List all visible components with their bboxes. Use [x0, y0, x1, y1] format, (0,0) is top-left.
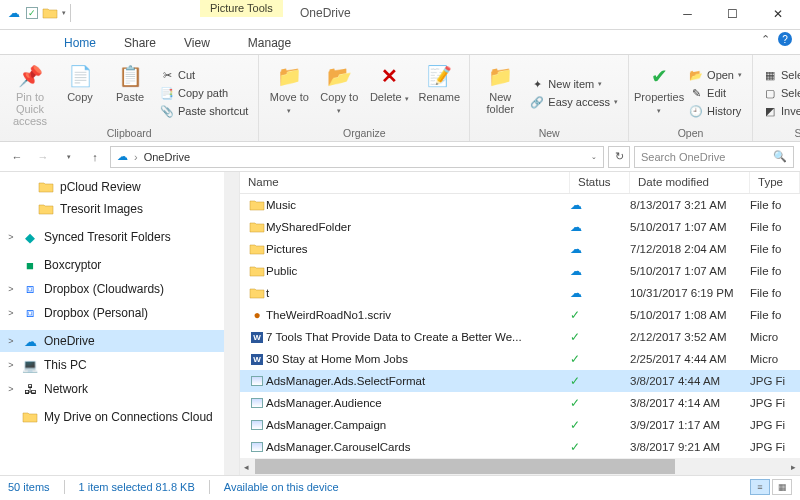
column-date[interactable]: Date modified	[630, 172, 750, 193]
maximize-button[interactable]: ☐	[710, 0, 755, 28]
copy-to-icon: 📂	[326, 63, 352, 89]
move-to-icon: 📁	[276, 63, 302, 89]
expand-icon[interactable]: >	[6, 336, 16, 346]
tree-item[interactable]: > ◆ Synced Tresorit Folders	[0, 226, 239, 248]
breadcrumb-item[interactable]: OneDrive	[144, 151, 190, 163]
open-button[interactable]: 📂Open ▾	[687, 67, 744, 83]
minimize-button[interactable]: ─	[665, 0, 710, 28]
select-all-button[interactable]: ▦Select all	[761, 67, 800, 83]
qat-dropdown-icon[interactable]: ▾	[62, 9, 66, 17]
tree-item[interactable]: > ⧈ Dropbox (Personal)	[0, 302, 239, 324]
file-type: File fo	[750, 309, 800, 321]
collapse-ribbon-icon[interactable]: ⌃	[761, 33, 770, 46]
new-item-button[interactable]: ✦New item ▾	[528, 76, 620, 92]
expand-icon[interactable]: >	[6, 232, 16, 242]
expand-icon[interactable]: >	[6, 284, 16, 294]
file-row[interactable]: AdsManager.CarouselCards ✓ 3/8/2017 9:21…	[240, 436, 800, 458]
column-status[interactable]: Status	[570, 172, 630, 193]
file-rows[interactable]: Music ☁ 8/13/2017 3:21 AM File fo MyShar…	[240, 194, 800, 458]
new-folder-button[interactable]: 📁 New folder	[478, 59, 522, 127]
file-row[interactable]: ● TheWeirdRoadNo1.scriv ✓ 5/10/2017 1:08…	[240, 304, 800, 326]
history-icon: 🕘	[689, 104, 703, 118]
file-type: JPG Fi	[750, 441, 800, 453]
paste-button[interactable]: 📋 Paste	[108, 59, 152, 127]
tree-item[interactable]: My Drive on Connections Cloud	[0, 406, 239, 428]
forward-button[interactable]: →	[32, 146, 54, 168]
file-row[interactable]: Public ☁ 5/10/2017 1:07 AM File fo	[240, 260, 800, 282]
column-name[interactable]: Name	[240, 172, 570, 193]
easy-access-icon: 🔗	[530, 95, 544, 109]
file-row[interactable]: AdsManager.Audience ✓ 3/8/2017 4:14 AM J…	[240, 392, 800, 414]
tab-view[interactable]: View	[170, 32, 224, 54]
history-button[interactable]: 🕘History	[687, 103, 744, 119]
search-icon[interactable]: 🔍	[773, 150, 787, 163]
tree-item[interactable]: Tresorit Images	[0, 198, 239, 220]
navigation-tree[interactable]: pCloud Review Tresorit Images> ◆ Synced …	[0, 172, 240, 475]
up-button[interactable]: ↑	[84, 146, 106, 168]
new-folder-icon: 📁	[487, 63, 513, 89]
file-icon	[248, 221, 266, 233]
tree-item-label: pCloud Review	[60, 180, 141, 194]
expand-icon[interactable]: >	[6, 308, 16, 318]
ribbon-group-organize: 📁 Move to ▾ 📂 Copy to ▾ ✕ Delete ▾ 📝 Ren…	[259, 55, 470, 141]
delete-button[interactable]: ✕ Delete ▾	[367, 59, 411, 127]
properties-button[interactable]: ✔ Properties ▾	[637, 59, 681, 127]
file-status: ✓	[570, 440, 630, 454]
checkbox-icon[interactable]: ✓	[26, 7, 38, 19]
back-button[interactable]: ←	[6, 146, 28, 168]
pin-to-quick-access-button[interactable]: 📌 Pin to Quick access	[8, 59, 52, 127]
paste-shortcut-button[interactable]: 📎Paste shortcut	[158, 103, 250, 119]
tree-item[interactable]: pCloud Review	[0, 176, 239, 198]
help-icon[interactable]: ?	[778, 32, 792, 46]
tree-scrollbar[interactable]	[224, 172, 239, 475]
file-row[interactable]: Pictures ☁ 7/12/2018 2:04 AM File fo	[240, 238, 800, 260]
column-type[interactable]: Type	[750, 172, 800, 193]
invert-selection-button[interactable]: ◩Invert selection	[761, 103, 800, 119]
edit-button[interactable]: ✎Edit	[687, 85, 744, 101]
tree-item[interactable]: > 💻 This PC	[0, 354, 239, 376]
file-row[interactable]: t ☁ 10/31/2017 6:19 PM File fo	[240, 282, 800, 304]
copy-to-button[interactable]: 📂 Copy to ▾	[317, 59, 361, 127]
move-to-button[interactable]: 📁 Move to ▾	[267, 59, 311, 127]
tree-item[interactable]: > ⧈ Dropbox (Cloudwards)	[0, 278, 239, 300]
copy-button[interactable]: 📄 Copy	[58, 59, 102, 127]
title-bar: ☁ ✓ ▾ Picture Tools OneDrive ─ ☐ ✕	[0, 0, 800, 30]
search-input[interactable]: Search OneDrive 🔍	[634, 146, 794, 168]
select-none-icon: ▢	[763, 86, 777, 100]
scissors-icon: ✂	[160, 68, 174, 82]
select-none-button[interactable]: ▢Select none	[761, 85, 800, 101]
tab-home[interactable]: Home	[50, 32, 110, 54]
ribbon-group-open: ✔ Properties ▾ 📂Open ▾ ✎Edit 🕘History Op…	[629, 55, 753, 141]
cut-button[interactable]: ✂Cut	[158, 67, 250, 83]
file-row[interactable]: AdsManager.Campaign ✓ 3/9/2017 1:17 AM J…	[240, 414, 800, 436]
copy-path-button[interactable]: 📑Copy path	[158, 85, 250, 101]
close-button[interactable]: ✕	[755, 0, 800, 28]
details-view-button[interactable]: ≡	[750, 479, 770, 495]
tab-share[interactable]: Share	[110, 32, 170, 54]
file-row[interactable]: Music ☁ 8/13/2017 3:21 AM File fo	[240, 194, 800, 216]
expand-icon[interactable]: >	[6, 384, 16, 394]
address-dropdown-icon[interactable]: ⌄	[591, 153, 597, 161]
expand-icon[interactable]: >	[6, 360, 16, 370]
tree-item-icon	[38, 201, 54, 217]
file-type: File fo	[750, 199, 800, 211]
thumbnails-view-button[interactable]: ▦	[772, 479, 792, 495]
horizontal-scrollbar[interactable]: ◂ ▸	[240, 458, 800, 475]
file-row[interactable]: W 30 Stay at Home Mom Jobs ✓ 2/25/2017 4…	[240, 348, 800, 370]
address-bar[interactable]: ☁ › OneDrive ⌄	[110, 146, 604, 168]
file-row[interactable]: W 7 Tools That Provide Data to Create a …	[240, 326, 800, 348]
recent-dropdown[interactable]: ▾	[58, 146, 80, 168]
tree-item[interactable]: > ☁ OneDrive	[0, 330, 239, 352]
file-name: Music	[266, 199, 570, 211]
file-type: File fo	[750, 265, 800, 277]
tab-manage[interactable]: Manage	[234, 32, 305, 54]
file-row[interactable]: MySharedFolder ☁ 5/10/2017 1:07 AM File …	[240, 216, 800, 238]
easy-access-button[interactable]: 🔗Easy access ▾	[528, 94, 620, 110]
file-row[interactable]: AdsManager.Ads.SelectFormat ✓ 3/8/2017 4…	[240, 370, 800, 392]
rename-button[interactable]: 📝 Rename	[417, 59, 461, 127]
tree-item[interactable]: ■ Boxcryptor	[0, 254, 239, 276]
context-tab-picture-tools[interactable]: Picture Tools	[200, 0, 283, 17]
refresh-button[interactable]: ↻	[608, 146, 630, 168]
tree-item[interactable]: > 🖧 Network	[0, 378, 239, 400]
folder-icon	[42, 5, 58, 21]
